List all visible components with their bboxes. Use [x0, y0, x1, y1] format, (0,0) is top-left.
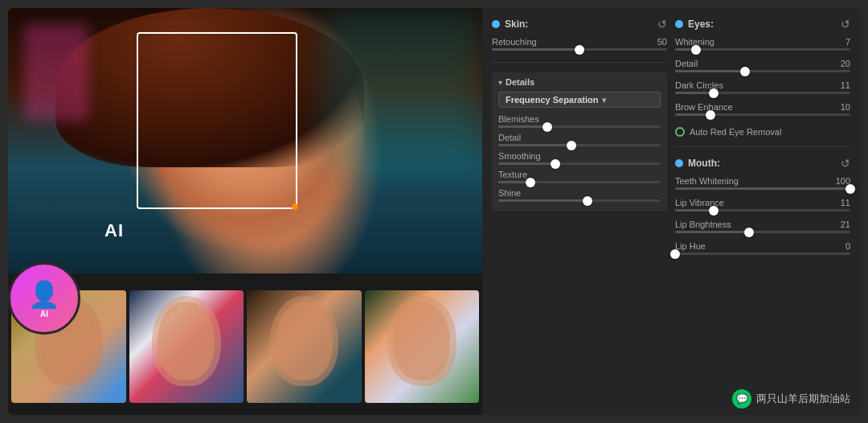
lip-hue-label: Lip Hue	[675, 241, 706, 251]
eyes-detail-track[interactable]	[675, 70, 850, 72]
watermark-text: 两只山羊后期加油站	[756, 392, 850, 406]
blemishes-thumb[interactable]	[542, 122, 552, 132]
retouching-value: 50	[657, 37, 667, 47]
whitening-track[interactable]	[675, 48, 850, 51]
ai-bubble[interactable]: 👤 AI	[8, 262, 80, 335]
teeth-whitening-fill	[675, 187, 850, 190]
brow-enhance-track[interactable]	[675, 113, 850, 116]
eyes-detail-label: Detail	[675, 59, 698, 68]
lip-brightness-fill	[675, 231, 749, 233]
shine-fill	[498, 199, 588, 202]
blemishes-label: Blemishes	[498, 114, 539, 124]
lip-vibrance-slider-row: Lip Vibrance 11	[675, 198, 850, 212]
whitening-value: 7	[845, 37, 850, 47]
ai-bubble-label: AI	[28, 310, 60, 318]
eyes-reset-button[interactable]: ↺	[841, 18, 850, 31]
whitening-slider-row: Whitening 7	[675, 37, 850, 51]
lip-vibrance-thumb[interactable]	[709, 206, 719, 216]
retouching-thumb[interactable]	[575, 45, 584, 55]
details-title: Details	[506, 77, 534, 87]
eyes-detail-fill	[675, 70, 745, 72]
smoothing-slider-row: Smoothing	[498, 151, 661, 165]
lip-brightness-thumb[interactable]	[744, 228, 754, 237]
lip-vibrance-track[interactable]	[675, 209, 850, 212]
mouth-reset-button[interactable]: ↺	[841, 157, 850, 170]
retouching-slider-row: Retouching 50	[492, 37, 667, 51]
lip-hue-thumb[interactable]	[670, 249, 680, 259]
thumbnail-4[interactable]	[365, 290, 480, 403]
right-controls-column: Eyes: ↺ Whitening 7 Detail 2	[675, 14, 850, 409]
texture-thumb[interactable]	[526, 178, 535, 187]
shine-track[interactable]	[498, 199, 661, 202]
skin-section-header: Skin: ↺	[492, 18, 667, 31]
skin-dot	[492, 20, 500, 28]
skin-reset-button[interactable]: ↺	[657, 18, 667, 31]
thumbnail-3[interactable]	[247, 290, 362, 403]
auto-red-eye-label: Auto Red Eye Removal	[690, 127, 781, 137]
eyes-detail-value: 20	[841, 59, 850, 68]
smoothing-thumb[interactable]	[551, 159, 560, 169]
wechat-symbol: 💬	[736, 393, 748, 405]
texture-label: Texture	[498, 170, 527, 179]
retouching-label: Retouching	[492, 37, 537, 47]
ai-label: AI	[104, 220, 124, 241]
retouching-track[interactable]	[492, 48, 667, 51]
detail-thumb[interactable]	[567, 141, 576, 150]
detail-slider-row: Detail	[498, 133, 661, 146]
shine-thumb[interactable]	[583, 196, 592, 206]
lip-brightness-value: 21	[841, 220, 850, 229]
person-icon: 👤	[28, 279, 60, 310]
smoothing-label: Smoothing	[498, 151, 541, 161]
face-detection-box	[137, 32, 297, 209]
app-container: AI 👤 AI	[8, 8, 860, 415]
thumbnail-2[interactable]	[129, 290, 244, 403]
texture-track[interactable]	[498, 181, 661, 183]
detail-label: Detail	[498, 133, 521, 142]
lip-brightness-slider-row: Lip Brightness 21	[675, 220, 850, 233]
lip-hue-value: 0	[845, 241, 850, 251]
smoothing-fill	[498, 162, 555, 165]
eyes-dot	[675, 20, 683, 28]
mouth-dot	[675, 159, 683, 167]
teeth-whitening-thumb[interactable]	[845, 184, 855, 194]
details-header: ▾ Details	[498, 77, 661, 87]
mouth-section-header: Mouth: ↺	[675, 157, 850, 170]
left-controls-column: Skin: ↺ Retouching 50 ▾ Deta	[492, 14, 667, 409]
detail-fill	[498, 144, 571, 146]
brow-enhance-thumb[interactable]	[706, 110, 715, 120]
lip-vibrance-fill	[675, 209, 714, 212]
eyes-detail-slider-row: Detail 20	[675, 59, 850, 72]
dropdown-chevron-icon: ▾	[602, 96, 606, 105]
eyes-label: Eyes:	[688, 18, 714, 30]
dark-circles-thumb[interactable]	[709, 88, 719, 98]
skin-label: Skin:	[505, 18, 528, 30]
smoothing-track[interactable]	[498, 162, 661, 165]
dark-circles-track[interactable]	[675, 92, 850, 94]
frequency-separation-dropdown[interactable]: Frequency Separation ▾	[498, 92, 661, 108]
brow-enhance-fill	[675, 113, 710, 116]
wechat-icon: 💬	[732, 389, 751, 409]
dark-circles-fill	[675, 92, 714, 94]
detail-track[interactable]	[498, 144, 661, 146]
dropdown-label: Frequency Separation	[506, 95, 599, 105]
lip-brightness-track[interactable]	[675, 231, 850, 233]
details-chevron[interactable]: ▾	[498, 78, 502, 87]
texture-slider-row: Texture	[498, 170, 661, 183]
teeth-whitening-slider-row: Teeth Whitening 100	[675, 176, 850, 190]
lip-hue-track[interactable]	[675, 253, 850, 255]
main-image-panel: AI 👤 AI	[8, 8, 482, 415]
eyes-detail-thumb[interactable]	[740, 67, 750, 76]
texture-fill	[498, 181, 530, 183]
brow-enhance-value: 10	[841, 102, 850, 112]
dark-circles-slider-row: Dark Circles 11	[675, 80, 850, 94]
lip-hue-slider-row: Lip Hue 0	[675, 241, 850, 255]
whitening-thumb[interactable]	[691, 45, 701, 55]
main-image: AI	[8, 8, 482, 273]
blemishes-track[interactable]	[498, 125, 661, 128]
eyes-section-header: Eyes: ↺	[675, 18, 850, 31]
blemishes-slider-row: Blemishes	[498, 114, 661, 128]
auto-red-eye-checkbox[interactable]	[675, 127, 685, 137]
details-subsection: ▾ Details Frequency Separation ▾ Blemish…	[492, 72, 667, 212]
teeth-whitening-track[interactable]	[675, 187, 850, 190]
face-dot	[292, 203, 298, 210]
